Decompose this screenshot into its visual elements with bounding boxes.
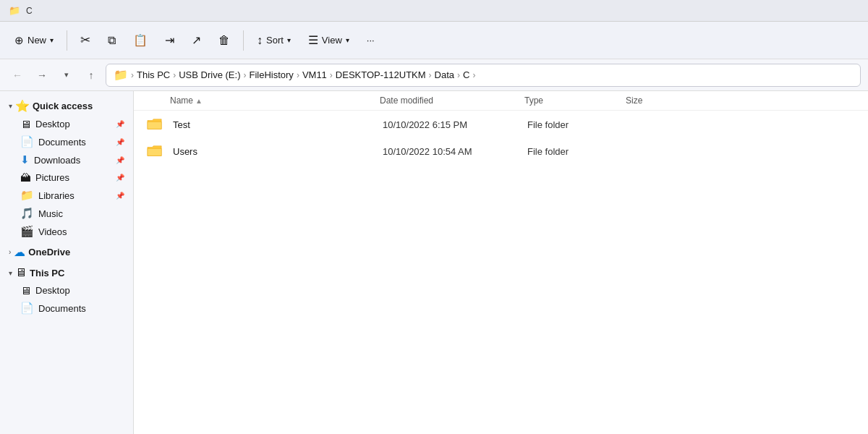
address-this-pc[interactable]: This PC [137, 69, 170, 80]
move-icon: ⇥ [165, 33, 174, 47]
delete-icon: 🗑 [218, 34, 230, 47]
sidebar-item-downloads[interactable]: ⬇ Downloads 📌 [3, 151, 130, 169]
address-sep-0: › [131, 70, 134, 80]
sidebar-videos-label: Videos [38, 226, 67, 237]
sidebar-music-label: Music [38, 208, 63, 219]
col-header-size[interactable]: Size [626, 95, 698, 106]
sort-label: Sort [266, 35, 284, 46]
move-button[interactable]: ⇥ [158, 27, 182, 54]
onedrive-header[interactable]: › ☁ OneDrive [3, 243, 130, 261]
address-bar[interactable]: 📁 › This PC › USB Drive (E:) › FileHisto… [106, 64, 861, 87]
address-usb-drive[interactable]: USB Drive (E:) [179, 69, 240, 80]
pin-icon-desktop: 📌 [116, 120, 124, 128]
file-name-1: Users [173, 146, 383, 157]
new-label: New [27, 35, 46, 46]
sidebar-this-pc-desktop-label: Desktop [35, 285, 70, 296]
documents-icon: 📄 [20, 135, 34, 148]
paste-button[interactable]: 📋 [126, 27, 155, 54]
file-list: Test 10/10/2022 6:15 PM File folder User… [134, 111, 868, 434]
sidebar-libraries-label: Libraries [38, 190, 75, 201]
col-header-type[interactable]: Type [524, 95, 626, 106]
address-sep-4: › [330, 70, 333, 80]
address-sep-1: › [173, 70, 176, 80]
view-dropdown-icon: ▾ [346, 36, 349, 44]
delete-button[interactable]: 🗑 [211, 27, 237, 54]
sidebar-item-libraries[interactable]: 📁 Libraries 📌 [3, 187, 130, 204]
view-button[interactable]: ☰ View ▾ [301, 27, 357, 54]
sidebar-this-pc-documents[interactable]: 📄 Documents [3, 299, 130, 317]
title-bar-folder-icon: 📁 [9, 5, 20, 17]
quick-access-star-icon: ⭐ [15, 99, 30, 113]
back-button[interactable]: ← [7, 65, 27, 85]
table-row[interactable]: Users 10/10/2022 10:54 AM File folder [137, 138, 865, 164]
sidebar-item-pictures[interactable]: 🏔 Pictures 📌 [3, 169, 130, 186]
nav-bar: ← → ▾ ↑ 📁 › This PC › USB Drive (E:) › F… [0, 59, 868, 91]
file-date-0: 10/10/2022 6:15 PM [383, 119, 527, 130]
share-button[interactable]: ↗ [184, 27, 208, 54]
view-label: View [322, 35, 342, 46]
sidebar-item-desktop[interactable]: 🖥 Desktop 📌 [3, 116, 130, 132]
sort-button[interactable]: ↕ Sort ▾ [250, 27, 298, 54]
new-dropdown-icon: ▾ [50, 36, 54, 44]
sort-arrow-name: ▲ [195, 97, 203, 105]
sidebar-downloads-label: Downloads [34, 155, 80, 166]
up-button[interactable]: ↑ [81, 65, 101, 85]
dropdown-history-button[interactable]: ▾ [56, 65, 77, 85]
address-c[interactable]: C [463, 69, 469, 80]
file-pane: Name ▲ Date modified Type Size [134, 91, 868, 434]
cut-icon: ✂ [80, 33, 90, 48]
sidebar-item-documents[interactable]: 📄 Documents 📌 [3, 133, 130, 150]
address-sep-5: › [429, 70, 432, 80]
file-type-1: File folder [527, 146, 629, 157]
sidebar-this-pc-desktop[interactable]: 🖥 Desktop [3, 282, 130, 299]
onedrive-label: OneDrive [28, 247, 70, 258]
quick-access-expand-icon: ▾ [9, 102, 12, 110]
forward-button[interactable]: → [32, 65, 52, 85]
col-header-date[interactable]: Date modified [380, 95, 524, 106]
onedrive-expand-icon: › [9, 248, 11, 256]
this-pc-icon: 🖥 [15, 266, 27, 279]
this-pc-section: ▾ 🖥 This PC 🖥 Desktop 📄 Documents [0, 264, 133, 317]
sidebar-pictures-label: Pictures [35, 172, 69, 183]
sidebar-documents-label: Documents [38, 137, 86, 148]
quick-access-header[interactable]: ▾ ⭐ Quick access [3, 97, 130, 115]
sidebar-item-videos[interactable]: 🎬 Videos [3, 223, 130, 240]
cut-button[interactable]: ✂ [73, 27, 98, 54]
pin-icon-documents: 📌 [116, 138, 124, 146]
copy-button[interactable]: ⧉ [101, 27, 123, 54]
sidebar-desktop-label: Desktop [35, 119, 70, 129]
this-pc-expand-icon: ▾ [9, 269, 12, 277]
downloads-icon: ⬇ [20, 153, 30, 166]
libraries-icon: 📁 [20, 189, 34, 202]
table-row[interactable]: Test 10/10/2022 6:15 PM File folder [137, 111, 865, 137]
folder-icon-1 [147, 144, 163, 158]
address-vm11[interactable]: VM11 [302, 69, 327, 80]
share-icon: ↗ [192, 33, 201, 47]
pictures-icon: 🏔 [20, 171, 31, 184]
col-header-name[interactable]: Name ▲ [134, 95, 380, 106]
column-headers: Name ▲ Date modified Type Size [134, 91, 868, 111]
desktop-icon: 🖥 [20, 118, 31, 130]
quick-access-label: Quick access [33, 101, 93, 111]
sidebar-this-pc-documents-label: Documents [38, 303, 86, 314]
more-button[interactable]: ··· [359, 27, 382, 54]
onedrive-section: › ☁ OneDrive [0, 243, 133, 261]
view-icon: ☰ [308, 33, 318, 47]
sort-icon: ↕ [257, 34, 263, 47]
new-button[interactable]: ⊕ New ▾ [7, 27, 61, 54]
address-filehistory[interactable]: FileHistory [249, 69, 293, 80]
main-content: ▾ ⭐ Quick access 🖥 Desktop 📌 📄 Documents… [0, 91, 868, 434]
toolbar-separator-1 [67, 30, 67, 51]
address-desktop[interactable]: DESKTOP-112UTKM [336, 69, 426, 80]
new-plus-icon: ⊕ [14, 34, 24, 47]
address-sep-7: › [472, 70, 475, 80]
address-data[interactable]: Data [435, 69, 454, 80]
more-icon: ··· [367, 35, 375, 46]
paste-icon: 📋 [133, 33, 148, 47]
sidebar-item-music[interactable]: 🎵 Music [3, 205, 130, 222]
this-pc-header[interactable]: ▾ 🖥 This PC [3, 264, 130, 281]
address-sep-6: › [457, 70, 460, 80]
music-icon: 🎵 [20, 207, 34, 220]
address-sep-3: › [297, 70, 299, 80]
address-sep-2: › [243, 70, 246, 80]
